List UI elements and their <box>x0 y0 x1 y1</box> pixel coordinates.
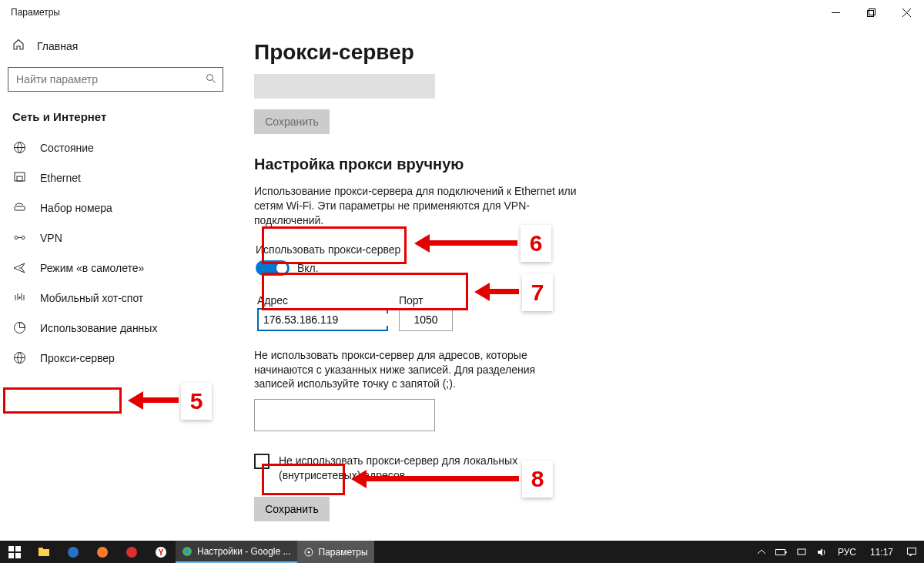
svg-rect-20 <box>15 553 21 558</box>
manual-proxy-description: Использование прокси-сервера для подключ… <box>254 184 578 228</box>
explorer-icon[interactable] <box>29 541 59 563</box>
yandex-icon[interactable]: Y <box>146 541 176 563</box>
notification-icon[interactable] <box>902 541 921 563</box>
svg-rect-19 <box>8 553 14 558</box>
badge-7: 7 <box>522 274 553 311</box>
minimize-button[interactable] <box>818 0 853 25</box>
svg-point-23 <box>68 547 79 558</box>
address-input-wrapper: ✕ <box>257 308 388 331</box>
opera-icon[interactable] <box>117 541 146 563</box>
nav-label: Использование данных <box>40 322 157 334</box>
sidebar: Главная Сеть и Интернет Состояние Ethern… <box>0 25 231 541</box>
port-label: Порт <box>399 294 453 307</box>
taskbar-app-label: Настройки - Google ... <box>197 546 291 557</box>
search-field[interactable] <box>8 73 199 85</box>
svg-rect-32 <box>775 549 785 555</box>
home-link[interactable]: Главная <box>0 31 231 61</box>
clock[interactable]: 11:17 <box>864 547 899 558</box>
page-title: Прокси-сервер <box>254 40 901 65</box>
svg-line-6 <box>213 79 216 82</box>
firefox-icon[interactable] <box>88 541 117 563</box>
main-content: Прокси-сервер Сохранить Настройка прокси… <box>231 25 924 541</box>
window-controls <box>818 0 924 25</box>
maximize-button[interactable] <box>853 0 889 25</box>
nav-data-usage[interactable]: Использование данных <box>0 313 231 343</box>
svg-rect-22 <box>38 548 43 550</box>
use-proxy-toggle[interactable] <box>256 260 290 276</box>
svg-point-12 <box>22 236 25 240</box>
hotspot-icon <box>12 291 26 304</box>
language-indicator[interactable]: РУС <box>833 547 861 558</box>
dialup-icon <box>12 201 26 214</box>
local-bypass-checkbox[interactable] <box>254 454 270 469</box>
search-icon <box>199 73 223 86</box>
svg-point-11 <box>15 236 18 240</box>
nav-ethernet[interactable]: Ethernet <box>0 163 231 193</box>
tray-up-icon[interactable] <box>753 541 770 563</box>
address-input[interactable] <box>259 313 403 326</box>
proxy-icon <box>12 351 26 364</box>
badge-6: 6 <box>521 225 551 262</box>
vpn-icon <box>12 231 26 244</box>
close-button[interactable] <box>889 0 924 25</box>
svg-rect-17 <box>8 546 14 551</box>
svg-text:Y: Y <box>159 548 164 557</box>
home-icon <box>12 39 25 53</box>
taskbar-app-chrome[interactable]: Настройки - Google ... <box>176 541 297 563</box>
nav-label: Режим «в самолете» <box>40 262 144 274</box>
nav-label: Мобильный хот-спот <box>40 292 143 304</box>
svg-point-29 <box>186 549 189 553</box>
bypass-description: Не использовать прокси-сервер для адресо… <box>254 348 578 392</box>
volume-icon[interactable] <box>813 541 830 563</box>
nav-proxy[interactable]: Прокси-сервер <box>0 343 231 373</box>
badge-5: 5 <box>181 383 212 420</box>
nav-label: Прокси-сервер <box>40 352 115 364</box>
window-title: Параметры <box>11 7 60 18</box>
nav-label: Набор номера <box>40 202 112 214</box>
svg-point-24 <box>97 547 108 558</box>
airplane-icon <box>12 261 26 274</box>
nav-label: VPN <box>40 232 62 244</box>
use-proxy-label: Использовать прокси-сервер <box>256 243 400 256</box>
ethernet-icon <box>12 171 26 184</box>
nav-label: Состояние <box>40 142 94 154</box>
svg-point-31 <box>307 551 310 553</box>
svg-point-14 <box>18 297 20 298</box>
svg-point-25 <box>126 547 137 558</box>
nav-status[interactable]: Состояние <box>0 132 231 163</box>
nav-vpn[interactable]: VPN <box>0 223 231 253</box>
svg-rect-34 <box>798 549 805 555</box>
svg-rect-2 <box>869 8 875 15</box>
svg-rect-33 <box>785 551 787 553</box>
toggle-state-label: Вкл. <box>297 262 319 274</box>
taskbar-app-label: Параметры <box>319 547 368 558</box>
search-input[interactable] <box>8 67 223 92</box>
network-tray-icon[interactable] <box>793 541 810 563</box>
data-usage-icon <box>12 321 26 334</box>
titlebar: Параметры <box>0 0 924 25</box>
disabled-script-input <box>254 74 435 99</box>
edge-icon[interactable] <box>59 541 88 563</box>
home-label: Главная <box>37 40 78 52</box>
svg-rect-1 <box>867 10 873 16</box>
svg-rect-18 <box>15 546 21 551</box>
status-icon <box>12 141 26 154</box>
svg-rect-9 <box>17 176 22 181</box>
section-header: Сеть и Интернет <box>0 106 231 132</box>
svg-rect-10 <box>15 206 25 210</box>
taskbar: Y Настройки - Google ... Параметры РУС 1… <box>0 541 924 563</box>
save-button[interactable]: Сохранить <box>254 497 330 521</box>
taskbar-app-settings[interactable]: Параметры <box>297 541 374 563</box>
save-button-disabled: Сохранить <box>254 109 330 134</box>
badge-8: 8 <box>522 461 553 498</box>
battery-icon[interactable] <box>773 541 790 563</box>
address-label: Адрес <box>257 294 388 307</box>
port-input[interactable] <box>399 308 453 331</box>
nav-hotspot[interactable]: Мобильный хот-спот <box>0 283 231 313</box>
start-button[interactable] <box>0 541 29 563</box>
nav-airplane[interactable]: Режим «в самолете» <box>0 253 231 283</box>
bypass-input[interactable] <box>254 399 435 431</box>
svg-point-5 <box>207 74 213 80</box>
nav-dialup[interactable]: Набор номера <box>0 193 231 223</box>
manual-proxy-title: Настройка прокси вручную <box>254 156 901 173</box>
